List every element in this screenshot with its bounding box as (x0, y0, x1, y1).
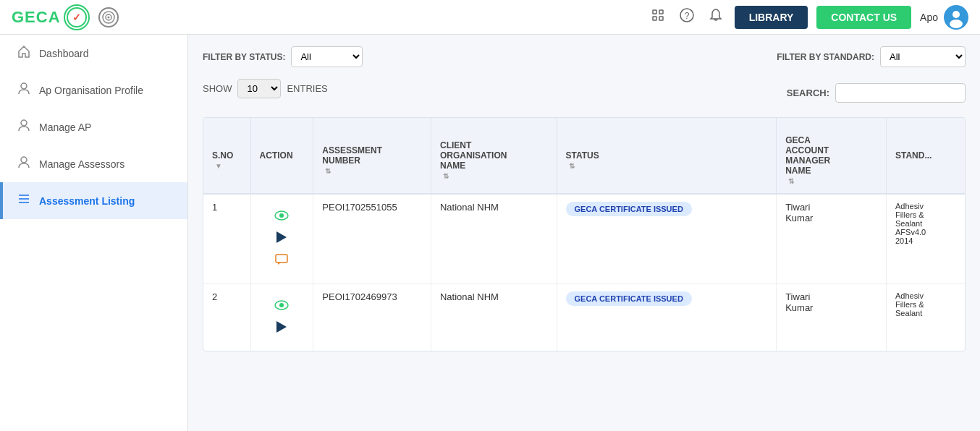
manage-ap-icon (17, 119, 30, 135)
manager-sort-icon: ⇅ (788, 177, 794, 185)
table-body: 1 (203, 194, 965, 351)
client-sort-icon: ⇅ (443, 172, 449, 180)
table-header-row: S.NO ▼ ACTION ASSESSMENTNUMBER ⇅ CLIENTO… (203, 118, 965, 194)
svg-rect-7 (653, 17, 656, 20)
library-button[interactable]: LIBRARY (735, 6, 808, 29)
home-icon (17, 45, 30, 61)
manage-assessors-icon (17, 155, 30, 172)
col-status[interactable]: STATUS ⇅ (557, 118, 777, 194)
top-controls: SHOW 10 25 50 100 ENTRIES SEARCH: (203, 79, 966, 107)
standard-filter-label: FILTER BY STANDARD: (777, 52, 874, 62)
main-content: FILTER BY STATUS: All Active Inactive FI… (188, 35, 980, 431)
svg-point-25 (279, 303, 284, 307)
svg-rect-5 (653, 10, 656, 14)
assessment-table: S.NO ▼ ACTION ASSESSMENTNUMBER ⇅ CLIENTO… (203, 118, 965, 351)
svg-point-15 (21, 120, 27, 126)
header-right: ? LIBRARY CONTACT US Apo (648, 5, 968, 30)
user-name: Apo (920, 12, 938, 23)
filter-bar: FILTER BY STATUS: All Active Inactive FI… (203, 46, 966, 67)
cell-status: GECA CERTIFICATE ISSUED (557, 194, 777, 284)
sidebar-item-dashboard[interactable]: Dashboard (0, 35, 187, 72)
svg-rect-6 (659, 10, 663, 14)
svg-point-4 (107, 16, 109, 18)
logo-text: GECA (12, 8, 61, 27)
view-btn[interactable] (273, 297, 290, 315)
status-filter-group: FILTER BY STATUS: All Active Inactive (203, 46, 363, 67)
col-client-org[interactable]: CLIENTORGANISATIONNAME ⇅ (431, 118, 557, 194)
sno-sort-icon: ▼ (215, 162, 222, 170)
col-assessment-number[interactable]: ASSESSMENTNUMBER ⇅ (313, 118, 431, 194)
sidebar: Dashboard Ap Organisation Profile (0, 35, 188, 431)
cell-action (250, 284, 313, 351)
cell-sno: 1 (203, 194, 250, 284)
notifications-btn[interactable] (706, 5, 726, 29)
sidebar-item-manage-assessors[interactable]: Manage Assessors (0, 145, 187, 182)
sidebar-item-ap-org-profile[interactable]: Ap Organisation Profile (0, 72, 187, 108)
sidebar-dashboard-label: Dashboard (39, 48, 89, 59)
assessment-listing-icon (17, 192, 30, 209)
sidebar-ap-org-label: Ap Organisation Profile (39, 85, 143, 96)
logo-icon: ✓ (64, 4, 90, 30)
entries-select[interactable]: 10 25 50 100 (237, 79, 281, 98)
main-area: Dashboard Ap Organisation Profile (0, 35, 980, 431)
search-label: SEARCH: (787, 88, 829, 98)
fullscreen-btn[interactable] (648, 5, 668, 29)
sidebar-assessment-listing-label: Assessment Listing (39, 195, 135, 207)
svg-rect-8 (659, 17, 663, 20)
entries-label: ENTRIES (287, 83, 327, 94)
cell-client-org: National NHM (431, 284, 557, 351)
logo: GECA ✓ (12, 4, 90, 30)
table-container: S.NO ▼ ACTION ASSESSMENTNUMBER ⇅ CLIENTO… (203, 117, 966, 351)
sidebar-item-assessment-listing[interactable]: Assessment Listing (0, 182, 187, 219)
svg-point-21 (279, 213, 284, 218)
contact-button[interactable]: CONTACT US (816, 6, 911, 29)
svg-marker-26 (276, 321, 287, 333)
cell-standard: AdhesivFillers &SealantAFSv4.02014 (886, 194, 965, 284)
cell-manager: TiwariKumar (777, 194, 887, 284)
cell-manager: TiwariKumar (777, 284, 887, 351)
action-cell (260, 291, 305, 343)
standard-filter-group: FILTER BY STANDARD: All Standard 1 (777, 46, 966, 67)
user-area: Apo (920, 5, 968, 30)
cell-client-org: National NHM (431, 194, 557, 284)
svg-point-12 (952, 11, 960, 18)
svg-point-13 (950, 20, 963, 28)
svg-text:✓: ✓ (72, 12, 81, 23)
cell-assessment-number: PEOI1702469973 (313, 284, 431, 351)
status-badge: GECA CERTIFICATE ISSUED (566, 291, 692, 306)
assessment-table-wrapper: S.NO ▼ ACTION ASSESSMENTNUMBER ⇅ CLIENTO… (203, 117, 966, 351)
app-container: GECA ✓ (0, 0, 980, 431)
help-btn[interactable]: ? (677, 5, 697, 29)
user-avatar (944, 5, 968, 30)
cell-sno: 2 (203, 284, 250, 351)
header-left: GECA ✓ (12, 4, 119, 30)
col-geca-manager[interactable]: GECAACCOUNTMANAGERNAME ⇅ (777, 118, 887, 194)
standard-filter-select[interactable]: All Standard 1 (880, 46, 966, 67)
sidebar-item-manage-ap[interactable]: Manage AP (0, 108, 187, 145)
status-badge: GECA CERTIFICATE ISSUED (566, 202, 692, 216)
cell-action (250, 194, 313, 284)
play-btn[interactable] (275, 320, 288, 338)
svg-point-14 (21, 83, 27, 89)
search-bar: SEARCH: (787, 83, 966, 103)
show-entries: SHOW 10 25 50 100 ENTRIES (203, 79, 328, 98)
col-standard: STAND... (886, 118, 965, 194)
show-label: SHOW (203, 83, 232, 94)
play-btn[interactable] (275, 230, 288, 248)
action-cell (260, 202, 305, 276)
table-row: 2 (203, 284, 965, 351)
svg-point-16 (21, 157, 27, 163)
comment-btn[interactable] (274, 252, 290, 270)
status-filter-select[interactable]: All Active Inactive (291, 46, 363, 67)
view-btn[interactable] (273, 208, 290, 226)
col-action: ACTION (250, 118, 313, 194)
top-header: GECA ✓ (0, 0, 980, 35)
svg-text:?: ? (684, 11, 689, 21)
col-sno[interactable]: S.NO ▼ (203, 118, 250, 194)
search-input[interactable] (835, 83, 966, 103)
status-filter-label: FILTER BY STATUS: (203, 52, 285, 62)
svg-marker-22 (276, 231, 287, 243)
cell-assessment-number: PEOI1702551055 (313, 194, 431, 284)
svg-rect-23 (276, 255, 287, 263)
status-sort-icon: ⇅ (569, 162, 575, 170)
